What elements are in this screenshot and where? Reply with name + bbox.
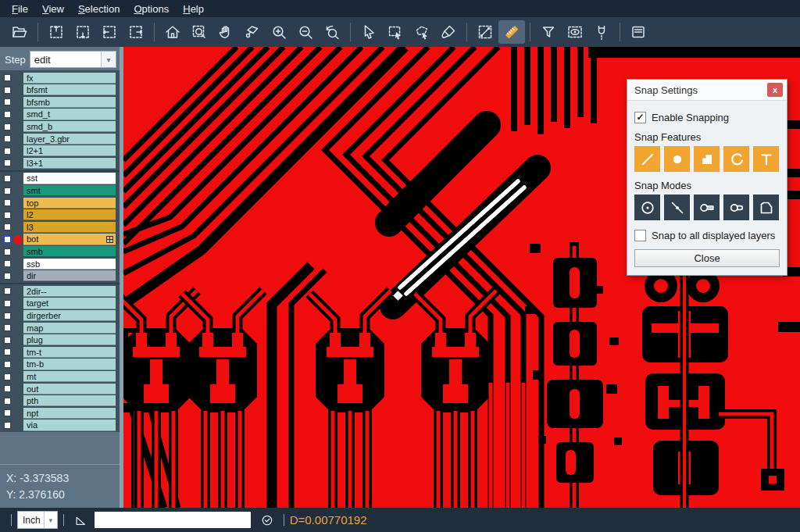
layer-visibility-checkbox[interactable]: [3, 409, 12, 417]
layer-visibility-checkbox[interactable]: [3, 198, 12, 207]
layer-indicator[interactable]: [12, 173, 23, 184]
layer-visibility-checkbox[interactable]: [3, 360, 12, 369]
text-snap-icon[interactable]: [753, 146, 779, 172]
layer-name[interactable]: out: [23, 384, 116, 395]
pan-left-icon[interactable]: [96, 20, 123, 44]
layer-indicator[interactable]: [12, 359, 23, 370]
select-pointer-icon[interactable]: [355, 20, 382, 44]
zoom-home-icon[interactable]: [159, 20, 186, 44]
layer-visibility-checkbox[interactable]: [3, 384, 12, 393]
dialog-titlebar[interactable]: Snap Settings x: [627, 80, 787, 101]
view-options-icon[interactable]: [562, 20, 588, 44]
layer-indicator[interactable]: [12, 222, 23, 233]
layer-name[interactable]: plug: [23, 334, 116, 345]
surface-snap-icon[interactable]: [694, 146, 720, 172]
zoom-out-icon[interactable]: [292, 20, 319, 44]
layer-visibility-checkbox[interactable]: [3, 287, 12, 295]
layer-name[interactable]: pth: [23, 395, 116, 406]
open-file-icon[interactable]: [6, 20, 33, 44]
enable-snapping-checkbox[interactable]: ✓: [634, 112, 646, 123]
layer-indicator[interactable]: [12, 334, 23, 345]
layer-visibility-checkbox[interactable]: [3, 235, 12, 244]
layer-visibility-checkbox[interactable]: [3, 272, 12, 280]
midpoint-snap-icon[interactable]: [664, 195, 690, 220]
layer-name[interactable]: npt: [23, 408, 116, 419]
layer-visibility-checkbox[interactable]: [3, 299, 12, 308]
layer-indicator[interactable]: [12, 198, 23, 209]
layer-name[interactable]: l3: [23, 222, 116, 233]
layer-name[interactable]: layer_3.gbr: [23, 134, 116, 145]
layer-visibility-checkbox[interactable]: [3, 348, 12, 356]
layer-name[interactable]: smd_t: [23, 109, 116, 120]
layer-visibility-checkbox[interactable]: [3, 110, 12, 119]
menu-help[interactable]: Help: [176, 2, 211, 16]
layer-indicator[interactable]: [12, 158, 23, 169]
layer-visibility-checkbox[interactable]: [3, 159, 12, 167]
layer-name[interactable]: l3+1: [23, 158, 116, 169]
pan-down-icon[interactable]: [70, 20, 96, 44]
layer-indicator[interactable]: [12, 298, 23, 309]
pad-edge-snap-icon[interactable]: [723, 195, 749, 220]
measure-distance-icon[interactable]: [472, 20, 498, 44]
layer-name[interactable]: bfsmb: [23, 97, 116, 108]
layer-indicator[interactable]: [12, 84, 23, 95]
layer-visibility-checkbox[interactable]: [3, 187, 12, 195]
layer-visibility-checkbox[interactable]: [3, 134, 12, 143]
apply-measure-icon[interactable]: [260, 513, 274, 527]
layer-indicator[interactable]: [12, 121, 23, 132]
layer-grid-icon[interactable]: [106, 236, 113, 243]
layer-visibility-checkbox[interactable]: [3, 211, 12, 220]
layer-name[interactable]: map: [23, 323, 116, 334]
layer-indicator[interactable]: [12, 109, 23, 120]
layer-visibility-checkbox[interactable]: [3, 98, 12, 106]
select-polygon-icon[interactable]: [409, 20, 435, 44]
zoom-previous-icon[interactable]: [319, 20, 345, 44]
layer-indicator[interactable]: [12, 371, 23, 382]
layer-name[interactable]: mt: [23, 371, 116, 382]
layer-indicator[interactable]: [12, 259, 23, 270]
layer-indicator[interactable]: [12, 270, 23, 281]
layer-name[interactable]: smt: [23, 185, 116, 196]
layer-visibility-checkbox[interactable]: [3, 373, 12, 381]
layer-indicator[interactable]: [12, 420, 23, 430]
layer-visibility-checkbox[interactable]: [3, 123, 12, 131]
layer-name[interactable]: l2: [23, 209, 116, 220]
zoom-object-icon[interactable]: [239, 20, 266, 44]
layer-indicator[interactable]: [12, 97, 23, 108]
measure-input[interactable]: [95, 512, 251, 528]
menu-file[interactable]: File: [5, 2, 35, 16]
layer-visibility-checkbox[interactable]: [3, 323, 12, 332]
layer-indicator[interactable]: [12, 408, 23, 419]
layer-indicator[interactable]: [12, 384, 23, 395]
layer-name[interactable]: 2dir--: [23, 286, 116, 297]
layer-name[interactable]: bfsmt: [23, 84, 116, 95]
layer-name[interactable]: tm-t: [23, 347, 116, 358]
layer-indicator[interactable]: [12, 185, 23, 196]
pan-hand-icon[interactable]: [212, 20, 239, 44]
layer-name[interactable]: bot: [23, 234, 116, 245]
layer-visibility-checkbox[interactable]: [3, 73, 12, 82]
snap-magnet-icon[interactable]: [588, 20, 615, 44]
layer-name[interactable]: target: [23, 298, 116, 309]
layer-name[interactable]: via: [23, 420, 116, 430]
menu-view[interactable]: View: [35, 2, 71, 16]
zoom-in-icon[interactable]: [266, 20, 292, 44]
center-snap-icon[interactable]: [634, 195, 660, 220]
step-select[interactable]: edit ▾: [30, 51, 116, 68]
layer-name[interactable]: sst: [23, 173, 116, 184]
layer-visibility-checkbox[interactable]: [3, 259, 12, 268]
layer-indicator[interactable]: [12, 286, 23, 297]
layer-visibility-checkbox[interactable]: [3, 174, 12, 183]
layer-name[interactable]: fx: [23, 73, 116, 84]
active-layer-dot[interactable]: [12, 234, 23, 245]
snap-all-layers-checkbox[interactable]: [634, 230, 646, 241]
contour-snap-icon[interactable]: [753, 195, 779, 220]
layer-indicator[interactable]: [12, 246, 23, 257]
layer-indicator[interactable]: [12, 323, 23, 334]
layer-indicator[interactable]: [12, 209, 23, 220]
layer-name[interactable]: tm-b: [23, 359, 116, 370]
circle-snap-icon[interactable]: [664, 146, 690, 172]
layer-visibility-checkbox[interactable]: [3, 312, 12, 320]
layer-indicator[interactable]: [12, 145, 23, 156]
layer-indicator[interactable]: [12, 134, 23, 145]
